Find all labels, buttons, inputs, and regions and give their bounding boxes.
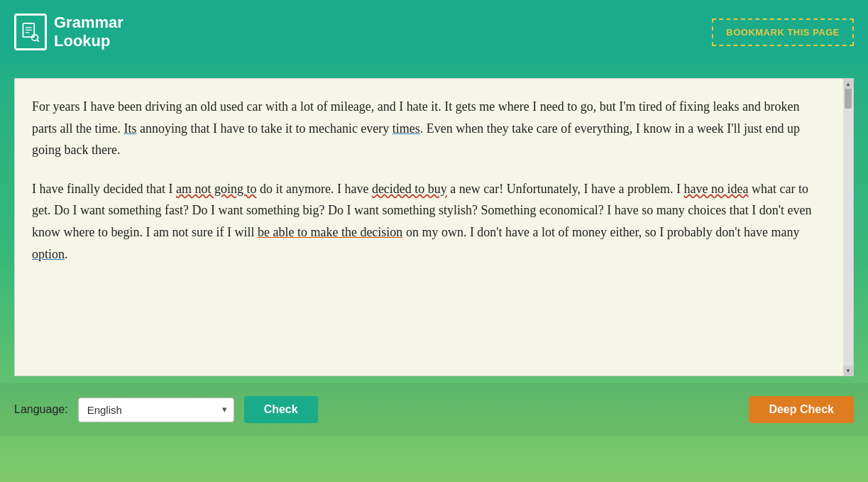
p2-after-phrase2: a new car! Unfortunately, I have a probl…	[447, 182, 684, 196]
logo-icon	[14, 13, 47, 50]
times-underline: times	[392, 121, 420, 136]
logo-text: Grammar Lookup	[54, 13, 123, 51]
scroll-up-arrow[interactable]: ▲	[843, 79, 853, 89]
phrase-decided-to-buy: decided to buy	[372, 182, 447, 196]
paragraph-1: For years I have been driving an old use…	[32, 96, 822, 161]
logo-area: Grammar Lookup	[14, 13, 123, 51]
after-its: annoying that I have to take it to mecha…	[136, 121, 392, 136]
language-select-wrapper: English German French Spanish Portuguese…	[78, 398, 234, 422]
paragraph-2: I have finally decided that I am not goi…	[32, 178, 822, 265]
p2-after-phrase1: do it anymore. I have	[256, 182, 371, 196]
p2-after-phrase4: on my own. I don't have a lot of money e…	[402, 225, 799, 239]
phrase-have-no-idea: have no idea	[684, 182, 749, 196]
scrollbar[interactable]: ▲ ▼	[843, 79, 853, 376]
deep-check-button[interactable]: Deep Check	[749, 396, 854, 423]
p2-start: I have finally decided that I	[32, 182, 176, 196]
phrase-am-not-going-to: am not going to	[176, 182, 257, 196]
language-label: Language:	[14, 403, 68, 416]
bookmark-button[interactable]: BOOKMARK THIS PAGE	[712, 18, 854, 46]
end-period: .	[65, 247, 68, 261]
svg-line-2	[37, 40, 38, 41]
text-content: For years I have been driving an old use…	[15, 79, 843, 299]
check-button[interactable]: Check	[244, 396, 318, 423]
phrase-be-able-to-make: be able to make the decision	[258, 225, 402, 239]
main-content: ▲ ▼ For years I have been driving an old…	[0, 64, 868, 383]
header: Grammar Lookup BOOKMARK THIS PAGE	[0, 0, 868, 64]
bottom-bar: Language: English German French Spanish …	[0, 383, 868, 436]
its-underline: Its	[123, 121, 136, 136]
language-section: Language: English German French Spanish …	[14, 396, 318, 423]
scroll-down-arrow[interactable]: ▼	[843, 366, 853, 376]
option-underline: option	[32, 247, 65, 261]
text-editor: ▲ ▼ For years I have been driving an old…	[14, 78, 854, 376]
language-select[interactable]: English German French Spanish Portuguese…	[78, 398, 234, 422]
